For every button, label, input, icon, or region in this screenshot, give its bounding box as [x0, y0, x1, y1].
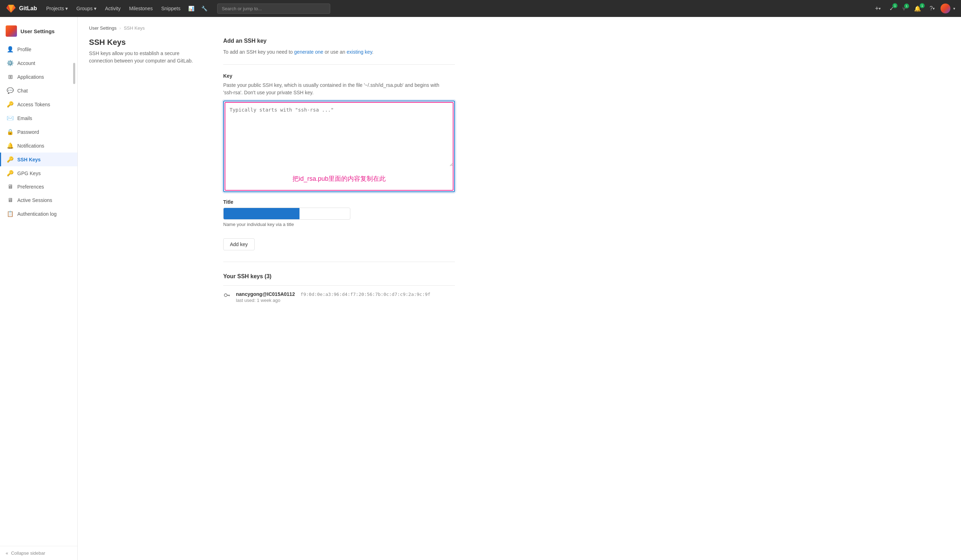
breadcrumb-parent-link[interactable]: User Settings — [89, 26, 117, 31]
breadcrumb: User Settings › SSH Keys — [89, 26, 455, 31]
title-input[interactable] — [223, 208, 350, 220]
sidebar-item-active-sessions[interactable]: 🖥 Active Sessions — [0, 194, 77, 207]
collapse-icon: « — [6, 550, 8, 556]
new-item-button[interactable]: + ▾ — [873, 3, 884, 14]
notifications-icon: 🔔 — [7, 142, 14, 149]
nav-wrench-icon[interactable]: 🔧 — [198, 4, 210, 13]
title-input-wrapper — [223, 208, 455, 220]
merge-requests-button[interactable]: ⑂ 1 — [900, 4, 908, 13]
sidebar-item-preferences[interactable]: 🖥 Preferences — [0, 180, 77, 194]
todos-badge: 1 — [892, 3, 897, 8]
sidebar-header: User Settings — [0, 22, 77, 42]
chevron-down-icon: ▾ — [94, 6, 96, 11]
sidebar-title: User Settings — [21, 28, 55, 34]
password-icon: 🔒 — [7, 128, 14, 135]
ssh-key-item-meta: last used: 1 week ago — [236, 298, 455, 303]
nav-groups[interactable]: Groups ▾ — [73, 4, 100, 13]
ssh-key-item-name-row: nancygong@IC015A0112 f9:0d:0e:a3:96:d4:f… — [236, 291, 455, 297]
chevron-down-icon[interactable]: ▾ — [953, 6, 955, 11]
ssh-key-item-info: nancygong@IC015A0112 f9:0d:0e:a3:96:d4:f… — [236, 291, 455, 303]
ssh-key-inner-border: 把id_rsa.pub里面的内容复制在此 — [225, 102, 453, 191]
ssh-key-item-icon — [223, 292, 230, 301]
ssh-key-list-item: nancygong@IC015A0112 f9:0d:0e:a3:96:d4:f… — [223, 285, 455, 309]
user-avatar[interactable] — [940, 3, 950, 13]
existing-key-link[interactable]: existing key — [347, 49, 372, 55]
add-ssh-key-description: To add an SSH key you need to generate o… — [223, 48, 455, 56]
top-navigation: GitLab Projects ▾ Groups ▾ Activity Mile… — [0, 0, 961, 17]
nav-chart-icon[interactable]: 📊 — [185, 4, 197, 13]
gitlab-wordmark: GitLab — [19, 5, 37, 12]
gpg-keys-icon: 🔑 — [7, 170, 14, 177]
ssh-keys-icon: 🔑 — [7, 156, 14, 163]
chevron-down-icon: ▾ — [65, 6, 68, 11]
search-container — [217, 3, 330, 14]
your-ssh-keys-title: Your SSH keys (3) — [223, 273, 455, 280]
sidebar-item-account[interactable]: ⚙️ Account — [0, 56, 77, 70]
sidebar-logo-icon — [6, 26, 17, 37]
sidebar-item-chat[interactable]: 💬 Chat — [0, 84, 77, 98]
nav-milestones[interactable]: Milestones — [126, 4, 156, 13]
emails-icon: ✉️ — [7, 115, 14, 122]
key-form-group: Key Paste your public SSH key, which is … — [223, 73, 455, 192]
access-tokens-icon: 🔑 — [7, 101, 14, 108]
your-ssh-keys-section: Your SSH keys (3) na — [223, 273, 455, 309]
title-help-text: Name your individual key via a title — [223, 222, 455, 227]
ssh-key-textarea[interactable] — [225, 103, 453, 166]
ssh-key-annotation: 把id_rsa.pub里面的内容复制在此 — [225, 167, 453, 190]
todos-button[interactable]: ✓ 1 — [887, 4, 897, 13]
ssh-key-input-wrapper: 把id_rsa.pub里面的内容复制在此 — [223, 101, 455, 192]
notifications-button[interactable]: 🔔 1 — [911, 4, 924, 13]
generate-key-link[interactable]: generate one — [294, 49, 323, 55]
nav-snippets[interactable]: Snippets — [157, 4, 184, 13]
sidebar-item-profile[interactable]: 👤 Profile — [0, 42, 77, 56]
main-content: User Settings › SSH Keys SSH Keys SSH ke… — [78, 17, 466, 560]
collapse-sidebar-button[interactable]: « Collapse sidebar — [0, 546, 77, 560]
sidebar-item-access-tokens[interactable]: 🔑 Access Tokens — [0, 98, 77, 111]
scrollbar-indicator — [73, 63, 75, 84]
title-form-group: Title Name your individual key via a tit… — [223, 199, 455, 227]
sidebar-nav: 👤 Profile ⚙️ Account ⊞ Applications 💬 Ch… — [0, 42, 77, 221]
sidebar: User Settings 👤 Profile ⚙️ Account ⊞ App… — [0, 17, 78, 560]
topnav-links: Projects ▾ Groups ▾ Activity Milestones … — [43, 4, 210, 13]
account-icon: ⚙️ — [7, 60, 14, 66]
preferences-icon: 🖥 — [7, 184, 14, 190]
breadcrumb-separator: › — [119, 26, 121, 31]
profile-icon: 👤 — [7, 46, 14, 53]
sidebar-item-password[interactable]: 🔒 Password — [0, 125, 77, 139]
add-key-button[interactable]: Add key — [223, 238, 255, 250]
title-label: Title — [223, 199, 455, 205]
page-description: SSH keys allow you to establish a secure… — [89, 50, 195, 65]
page-title: SSH Keys — [89, 38, 195, 47]
ssh-key-item-name: nancygong@IC015A0112 — [236, 291, 295, 297]
sidebar-item-emails[interactable]: ✉️ Emails — [0, 111, 77, 125]
topnav-right: + ▾ ✓ 1 ⑂ 1 🔔 1 ? ▾ ▾ — [873, 3, 955, 14]
search-input[interactable] — [217, 3, 330, 14]
merge-requests-badge: 1 — [904, 3, 909, 8]
key-label: Key — [223, 73, 455, 79]
key-description: Paste your public SSH key, which is usua… — [223, 82, 455, 96]
page-layout: User Settings 👤 Profile ⚙️ Account ⊞ App… — [0, 17, 961, 560]
applications-icon: ⊞ — [7, 74, 14, 80]
add-ssh-key-title: Add an SSH key — [223, 38, 455, 44]
sidebar-item-applications[interactable]: ⊞ Applications — [0, 70, 77, 84]
sidebar-item-auth-log[interactable]: 📋 Authentication log — [0, 207, 77, 221]
chevron-down-icon: ▾ — [933, 6, 935, 11]
ssh-key-item-fingerprint: f9:0d:0e:a3:96:d4:f7:20:56:7b:0c:d7:c9:2… — [301, 292, 431, 297]
nav-activity[interactable]: Activity — [101, 4, 124, 13]
sidebar-item-ssh-keys[interactable]: 🔑 SSH Keys — [0, 152, 77, 166]
breadcrumb-current: SSH Keys — [124, 26, 145, 31]
active-sessions-icon: 🖥 — [7, 197, 14, 204]
sidebar-item-gpg-keys[interactable]: 🔑 GPG Keys — [0, 166, 77, 180]
auth-log-icon: 📋 — [7, 210, 14, 217]
help-button[interactable]: ? ▾ — [927, 4, 938, 13]
chat-icon: 💬 — [7, 87, 14, 94]
sidebar-item-notifications[interactable]: 🔔 Notifications — [0, 139, 77, 152]
notifications-badge: 1 — [920, 3, 925, 8]
gitlab-logo[interactable]: GitLab — [6, 3, 37, 14]
nav-projects[interactable]: Projects ▾ — [43, 4, 72, 13]
chevron-down-icon: ▾ — [879, 6, 881, 11]
svg-point-0 — [224, 294, 227, 297]
